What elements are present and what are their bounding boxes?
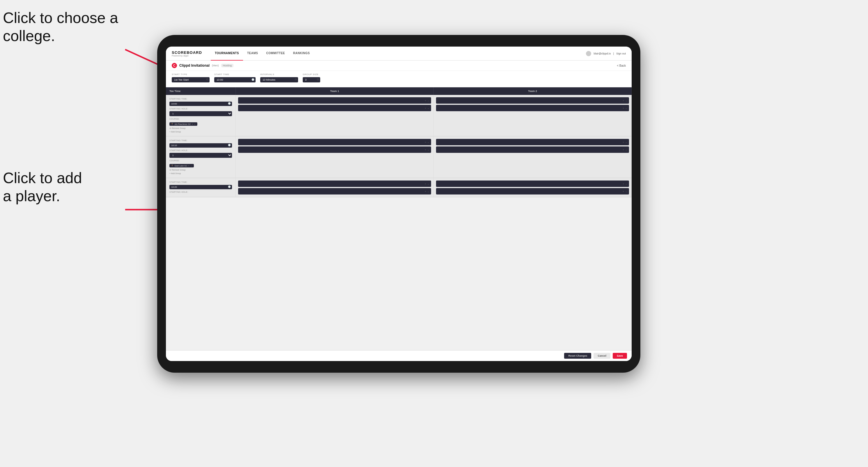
player-slot-4-1[interactable]: × ⌄ (436, 139, 629, 145)
starting-hole-label-2: STARTING HOLE: (169, 149, 232, 151)
player-slot-1-1[interactable]: × ⌄ (238, 97, 431, 104)
slot-chevron-btn-2-1[interactable]: ⌄ (427, 141, 429, 144)
starting-time-input-1[interactable] (169, 102, 232, 106)
player-slot-3-2[interactable]: × ⌄ (238, 147, 431, 153)
slot2-chevron-btn-1-1[interactable]: ⌄ (625, 99, 627, 102)
user-email: blair@clippd.io (593, 52, 611, 55)
slot-x-btn-1-2[interactable]: × (425, 107, 426, 110)
start-time-group: Start Time 🕙 (214, 73, 255, 84)
remove-group-btn-2[interactable]: ⊖ Remove Group (169, 168, 232, 172)
player-slot-6-2[interactable]: × ⌄ (436, 188, 629, 194)
slot2-chevron-btn-3-1[interactable]: ⌄ (625, 183, 627, 185)
starting-time-input-wrap-1: 🕙 (169, 100, 232, 106)
annotation-choose-college: Click to choose a college. (3, 9, 118, 45)
clock-icon-3: 🕙 (228, 185, 231, 188)
group-team1-2: × ⌄ × ⌄ (236, 136, 434, 178)
slot-x-btn-1-1[interactable]: × (425, 99, 426, 102)
slot2-chevron-btn-3-2[interactable]: ⌄ (625, 190, 627, 193)
slot2-x-btn-3-2[interactable]: × (623, 190, 624, 193)
slot2-chevron-btn-2-2[interactable]: ⌄ (625, 149, 627, 151)
group-left-1: STARTING TIME: 🕙 STARTING HOLE: 1210 COU… (166, 95, 236, 136)
save-button[interactable]: Save (613, 353, 627, 359)
group-size-label: Group Size (303, 73, 320, 76)
slot2-x-btn-3-1[interactable]: × (623, 183, 624, 185)
remove-course-tag-1[interactable]: × (192, 123, 193, 125)
slot-chevron-btn-3-1[interactable]: ⌄ (427, 183, 429, 185)
group-size-select[interactable]: 3 4 2 (303, 77, 320, 83)
remove-course-tag-2[interactable]: × (188, 165, 189, 167)
th-tee-time: Tee Time (166, 87, 236, 95)
course-label-1: COURSE: (169, 118, 232, 120)
nav-link-teams[interactable]: TEAMS (243, 46, 262, 61)
player-slot-5-1[interactable]: × ⌄ (238, 181, 431, 187)
sign-out-link[interactable]: Sign out (616, 52, 626, 55)
tablet-frame: SCOREBOARD Powered by clippd TOURNAMENTS… (157, 35, 640, 373)
player-slot-6-1[interactable]: × ⌄ (436, 181, 629, 187)
th-team1: Team 1 (236, 87, 434, 95)
annotation-add-player: Click to add a player. (3, 169, 82, 205)
course-tag-arrow-1[interactable]: ⌄ (194, 123, 196, 125)
course-tag-peachtree: 🏌 (A) Peachtree GC × ⌄ (169, 122, 197, 126)
starting-time-input-3[interactable] (169, 185, 232, 189)
slot2-x-btn-2-1[interactable]: × (623, 141, 624, 144)
slot-x-btn-2-2[interactable]: × (425, 149, 426, 151)
starting-hole-input-wrap-2: 1210 (169, 152, 232, 158)
starting-time-input-wrap-3: 🕙 (169, 184, 232, 189)
tablet-screen: SCOREBOARD Powered by clippd TOURNAMENTS… (166, 46, 632, 361)
slot-chevron-btn-2-2[interactable]: ⌄ (427, 149, 429, 151)
slot2-chevron-btn-2-1[interactable]: ⌄ (625, 141, 627, 144)
slot-x-btn-3-2[interactable]: × (425, 190, 426, 193)
slot-x-btn-3-1[interactable]: × (425, 183, 426, 185)
table-body: STARTING TIME: 🕙 STARTING HOLE: 1210 COU… (166, 95, 632, 350)
slot-chevron-btn-1-1[interactable]: ⌄ (427, 99, 429, 102)
player-slot-2-2[interactable]: × ⌄ (436, 105, 629, 111)
nav-right: blair@clippd.io | Sign out (586, 51, 626, 56)
player-slot-4-2[interactable]: × ⌄ (436, 147, 629, 153)
reset-changes-button[interactable]: Reset Changes (564, 353, 591, 359)
clock-icon: 🕙 (251, 78, 254, 81)
start-time-input[interactable] (214, 77, 255, 83)
nav-link-rankings[interactable]: RANKINGS (289, 46, 314, 61)
slot-chevron-btn-3-2[interactable]: ⌄ (427, 190, 429, 193)
starting-hole-select-2[interactable]: 1210 (169, 153, 232, 158)
brand-title: SCOREBOARD (172, 50, 202, 55)
start-type-select-wrapper: 1st Tee Start Shotgun Start (172, 76, 210, 83)
annotation1-line1: Click to choose a (3, 9, 118, 26)
bottom-bar: Reset Changes Cancel Save (166, 350, 632, 361)
add-group-btn-1[interactable]: + Add Group (169, 130, 232, 133)
slot-chevron-btn-1-2[interactable]: ⌄ (427, 107, 429, 110)
starting-hole-input-wrap-1: 1210 (169, 110, 232, 116)
add-group-btn-2[interactable]: + Add Group (169, 172, 232, 175)
starting-hole-select-1[interactable]: 1210 (169, 111, 232, 116)
group-team2-3: × ⌄ × ⌄ (434, 178, 632, 197)
page-subtitle: (Men) (212, 64, 219, 67)
nav-link-tournaments[interactable]: TOURNAMENTS (211, 46, 243, 61)
slot2-x-btn-2-2[interactable]: × (623, 149, 624, 151)
back-button[interactable]: < Back (617, 64, 626, 67)
intervals-select[interactable]: 10 Minutes 8 Minutes 12 Minutes (260, 77, 298, 83)
starting-time-input-2[interactable] (169, 143, 232, 148)
player-slot-5-2[interactable]: × ⌄ (238, 188, 431, 194)
course-tag-arrow-2[interactable]: ⌄ (190, 164, 192, 167)
slot2-x-btn-1-1[interactable]: × (623, 99, 624, 102)
player-slot-3-1[interactable]: × ⌄ (238, 139, 431, 145)
nav-link-committee[interactable]: COMMITTEE (262, 46, 289, 61)
group-team2-2: × ⌄ × ⌄ (434, 136, 632, 178)
player-slot-1-2[interactable]: × ⌄ (238, 105, 431, 111)
th-team2: Team 2 (434, 87, 632, 95)
hosting-badge: Hosting (221, 64, 234, 67)
group-size-select-wrapper: 3 4 2 (303, 76, 320, 83)
slot2-x-btn-1-2[interactable]: × (623, 107, 624, 110)
slot2-chevron-btn-1-2[interactable]: ⌄ (625, 107, 627, 110)
nav-links: TOURNAMENTS TEAMS COMMITTEE RANKINGS (211, 46, 586, 61)
nav-bar: SCOREBOARD Powered by clippd TOURNAMENTS… (166, 46, 632, 61)
cancel-button[interactable]: Cancel (593, 353, 610, 359)
start-type-select[interactable]: 1st Tee Start Shotgun Start (172, 77, 210, 83)
main-content: Tee Time Team 1 Team 2 STARTING TIME: 🕙 … (166, 87, 632, 350)
player-slot-2-1[interactable]: × ⌄ (436, 97, 629, 104)
starting-hole-label-1: STARTING HOLE: (169, 108, 232, 110)
annotation1-line2: college. (3, 27, 55, 44)
clock-icon-1: 🕙 (228, 102, 231, 104)
remove-group-btn-1[interactable]: ⊖ Remove Group (169, 127, 232, 130)
slot-x-btn-2-1[interactable]: × (425, 141, 426, 144)
